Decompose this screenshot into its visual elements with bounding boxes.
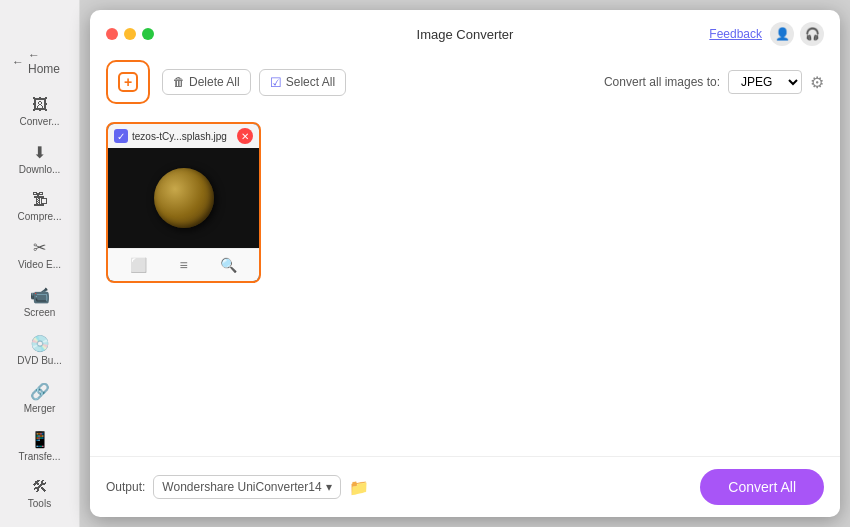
sidebar-item-label: Merger <box>24 403 56 414</box>
sidebar-item-tools[interactable]: 🛠 Tools <box>0 470 79 517</box>
sidebar-item-label: Conver... <box>19 116 59 127</box>
merger-icon: 🔗 <box>30 382 50 401</box>
user-avatar[interactable]: 👤 <box>770 22 794 46</box>
folder-icon[interactable]: 📁 <box>349 478 369 497</box>
window-controls <box>106 28 154 40</box>
convert-label: Convert all images to: <box>604 75 720 89</box>
sidebar-item-screen[interactable]: 📹 Screen <box>0 278 79 326</box>
output-path-text: Wondershare UniConverter14 <box>162 480 321 494</box>
svg-text:+: + <box>124 74 132 90</box>
dvd-icon: 💿 <box>30 334 50 353</box>
chevron-down-icon: ▾ <box>326 480 332 494</box>
sidebar: ← ← Home 🖼 Conver... ⬇ Downlo... 🗜 Compr… <box>0 0 80 527</box>
delete-all-label: Delete All <box>189 75 240 89</box>
convert-controls: Convert all images to: JPEG PNG BMP TIFF… <box>604 70 824 94</box>
transfer-icon: 📱 <box>30 430 50 449</box>
settings-icon[interactable]: ⚙ <box>810 73 824 92</box>
add-button[interactable]: + <box>106 60 150 104</box>
sidebar-home-label: ← Home <box>28 48 67 76</box>
feedback-link[interactable]: Feedback <box>709 27 762 41</box>
notification-icon[interactable]: 🎧 <box>800 22 824 46</box>
minimize-button[interactable] <box>124 28 136 40</box>
select-all-button[interactable]: ☑ Select All <box>259 69 346 96</box>
footer: Output: Wondershare UniConverter14 ▾ 📁 C… <box>90 456 840 517</box>
title-bar: Image Converter Feedback 👤 🎧 <box>90 10 840 54</box>
sidebar-item-label: Screen <box>24 307 56 318</box>
sidebar-item-label: Video E... <box>18 259 61 270</box>
output-path-selector[interactable]: Wondershare UniConverter14 ▾ <box>153 475 340 499</box>
close-button[interactable] <box>106 28 118 40</box>
video-icon: ✂ <box>33 238 46 257</box>
card-toolbar: ⬜ ≡ 🔍 <box>108 248 259 281</box>
crop-tool-button[interactable]: ⬜ <box>124 255 153 275</box>
screen-icon: 📹 <box>30 286 50 305</box>
image-checkbox[interactable]: ✓ <box>114 129 128 143</box>
sidebar-home[interactable]: ← ← Home <box>0 40 79 84</box>
sidebar-item-label: Downlo... <box>19 164 61 175</box>
tools-icon: 🛠 <box>32 478 48 496</box>
image-card-header: ✓ tezos-tCy...splash.jpg ✕ <box>108 124 259 148</box>
toolbar-actions: 🗑 Delete All ☑ Select All <box>162 69 346 96</box>
image-card-title: ✓ tezos-tCy...splash.jpg <box>114 129 227 143</box>
trash-icon: 🗑 <box>173 75 185 89</box>
sidebar-item-label: Transfe... <box>19 451 61 462</box>
download-icon: ⬇ <box>33 143 46 162</box>
home-icon: ← <box>12 55 24 69</box>
compress-icon: 🗜 <box>32 191 48 209</box>
main-window: Image Converter Feedback 👤 🎧 + 🗑 Delete … <box>90 10 840 517</box>
sidebar-item-compress[interactable]: 🗜 Compre... <box>0 183 79 230</box>
sidebar-item-dvd[interactable]: 💿 DVD Bu... <box>0 326 79 374</box>
maximize-button[interactable] <box>142 28 154 40</box>
sidebar-item-label: Compre... <box>18 211 62 222</box>
sidebar-item-label: Tools <box>28 498 51 509</box>
zoom-tool-button[interactable]: 🔍 <box>214 255 243 275</box>
image-card: ✓ tezos-tCy...splash.jpg ✕ ⬜ ≡ 🔍 <box>106 122 261 283</box>
user-icons: 👤 🎧 <box>770 22 824 46</box>
toolbar: + 🗑 Delete All ☑ Select All Convert all … <box>90 54 840 114</box>
content-area: ✓ tezos-tCy...splash.jpg ✕ ⬜ ≡ 🔍 <box>90 114 840 456</box>
format-select[interactable]: JPEG PNG BMP TIFF GIF WEBP <box>728 70 802 94</box>
convert-icon: 🖼 <box>32 96 48 114</box>
sidebar-item-convert[interactable]: 🖼 Conver... <box>0 88 79 135</box>
select-all-label: Select All <box>286 75 335 89</box>
coin-image <box>154 168 214 228</box>
delete-all-button[interactable]: 🗑 Delete All <box>162 69 251 95</box>
window-title: Image Converter <box>417 27 514 42</box>
remove-image-button[interactable]: ✕ <box>237 128 253 144</box>
image-preview <box>108 148 259 248</box>
title-bar-right: Feedback 👤 🎧 <box>709 22 824 46</box>
sidebar-item-video[interactable]: ✂ Video E... <box>0 230 79 278</box>
output-label: Output: <box>106 480 145 494</box>
sidebar-item-merger[interactable]: 🔗 Merger <box>0 374 79 422</box>
convert-all-button[interactable]: Convert All <box>700 469 824 505</box>
image-filename: tezos-tCy...splash.jpg <box>132 131 227 142</box>
output-section: Output: Wondershare UniConverter14 ▾ 📁 <box>106 475 369 499</box>
sidebar-item-transfer[interactable]: 📱 Transfe... <box>0 422 79 470</box>
sidebar-item-download[interactable]: ⬇ Downlo... <box>0 135 79 183</box>
sidebar-item-label: DVD Bu... <box>17 355 61 366</box>
check-icon: ☑ <box>270 75 282 90</box>
info-tool-button[interactable]: ≡ <box>173 255 193 275</box>
